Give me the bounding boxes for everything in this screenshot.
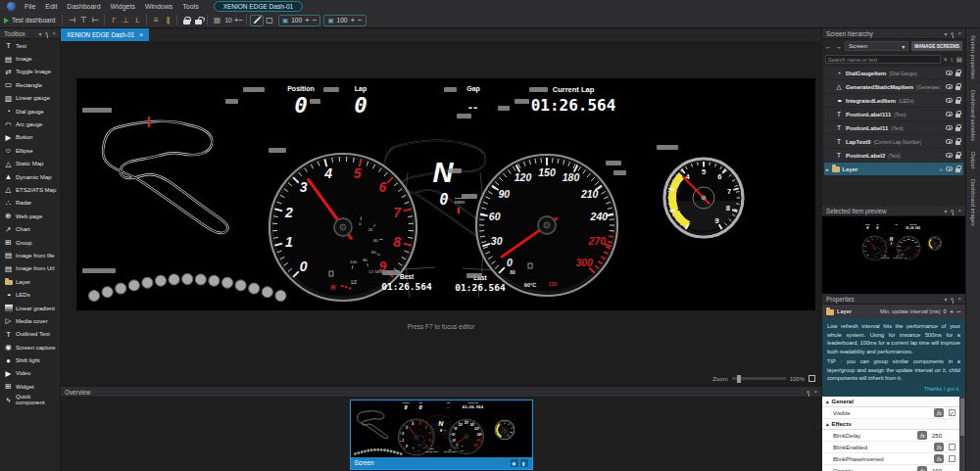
- menu-item-widgets[interactable]: Widgets: [106, 3, 140, 10]
- align-bottom-icon[interactable]: L: [131, 15, 143, 26]
- dashboard-canvas[interactable]: 0123456789020406080100R1/21/1 MIN0306090…: [76, 78, 815, 310]
- decrement-button[interactable]: −: [956, 307, 961, 316]
- chevron-down-icon[interactable]: ▾: [944, 296, 947, 303]
- toolbox-item-dynamic-map[interactable]: ▲Dynamic Map: [0, 170, 60, 183]
- lock-icon[interactable]: [956, 114, 960, 118]
- align-middle-icon[interactable]: ⊥: [120, 15, 131, 26]
- close-icon[interactable]: ×: [813, 389, 817, 395]
- property-checkbox[interactable]: ✓: [949, 409, 956, 416]
- interval-value[interactable]: 0: [944, 308, 947, 314]
- menu-item-file[interactable]: File: [20, 3, 40, 10]
- toolbox-item-media-cover[interactable]: ▷Media cover: [0, 314, 60, 327]
- toolbox-item-linear-gradient[interactable]: Linear gradient: [0, 302, 60, 314]
- same-height-icon[interactable]: ∥: [162, 15, 173, 26]
- toolbox-item-image-from-file[interactable]: ▤Image from file: [0, 249, 60, 261]
- fx-formula-button[interactable]: fx: [934, 443, 944, 451]
- toolbox-item-linear-gauge[interactable]: ▥Linear gauge: [0, 92, 60, 105]
- decrement-button[interactable]: −: [313, 16, 318, 24]
- fx-formula-button[interactable]: fx: [917, 431, 927, 440]
- toolbox-item-image[interactable]: ▤Image: [0, 52, 60, 65]
- pin-icon[interactable]: [951, 210, 954, 212]
- decrement-button[interactable]: −: [358, 16, 363, 24]
- spinner-value[interactable]: 100: [337, 17, 348, 24]
- tree-item-postionlabel11[interactable]: TPostionLabel11(Text): [824, 121, 963, 134]
- toolbox-item-quick-component[interactable]: ϟQuick component: [0, 394, 60, 406]
- toolbox-item-outlined-text[interactable]: TOutlined Text: [0, 328, 60, 341]
- lock-icon[interactable]: [956, 86, 960, 90]
- visibility-eye-icon[interactable]: [946, 112, 953, 117]
- close-icon[interactable]: ×: [957, 30, 961, 36]
- increment-button[interactable]: +: [950, 307, 955, 316]
- lock-icon[interactable]: [956, 100, 960, 104]
- lock-icon[interactable]: [956, 141, 960, 145]
- visibility-eye-icon[interactable]: [946, 166, 953, 171]
- opacity-spinner-1[interactable]: ▣100+−: [278, 15, 320, 26]
- visibility-eye-icon[interactable]: [946, 125, 953, 130]
- property-section-general[interactable]: ▴General: [822, 397, 959, 407]
- chevron-down-icon[interactable]: ▾: [944, 208, 947, 214]
- toolbox-item-widget[interactable]: ⊞Widget: [0, 380, 60, 393]
- toolbox-item-button[interactable]: ▶Button: [0, 131, 60, 144]
- opacity-spinner-2[interactable]: ▣100+−: [323, 15, 366, 26]
- visibility-eye-icon[interactable]: [946, 84, 953, 89]
- property-row-visible[interactable]: Visiblefx✓: [822, 407, 959, 419]
- lock-icon[interactable]: [956, 72, 960, 76]
- visibility-eye-icon[interactable]: [946, 139, 953, 144]
- close-icon[interactable]: ×: [52, 30, 56, 36]
- side-tab-dashboard-variables[interactable]: Dashboard variables: [970, 90, 976, 141]
- tree-item-dialgaugeitem[interactable]: ◔DialGaugeItem(Dial Gauge): [824, 67, 963, 79]
- dismiss-info-link[interactable]: Thanks I got it.: [827, 385, 960, 394]
- menu-item-tools[interactable]: Tools: [177, 3, 203, 10]
- chevron-down-icon[interactable]: ▾: [944, 30, 947, 37]
- screen-info-button[interactable]: ▮: [520, 459, 528, 467]
- toolbox-item-group[interactable]: ⊞Group: [0, 236, 60, 249]
- decrement-button[interactable]: −: [238, 16, 243, 24]
- properties-scrollbar[interactable]: [959, 397, 965, 471]
- design-canvas[interactable]: 0123456789020406080100R1/21/1 MIN0306090…: [61, 41, 821, 386]
- lock-icon[interactable]: [956, 127, 960, 131]
- expand-arrow-icon[interactable]: ▸: [826, 166, 829, 172]
- visibility-eye-icon[interactable]: [946, 71, 953, 75]
- search-input[interactable]: Search name or text: [825, 55, 941, 64]
- clear-search-icon[interactable]: ×: [944, 56, 948, 63]
- same-width-icon[interactable]: ≡: [150, 15, 162, 26]
- side-tab-screen-properties[interactable]: Screen properties: [970, 35, 976, 79]
- visibility-eye-icon[interactable]: [946, 98, 953, 103]
- side-tab-dashboard-images[interactable]: Dashboard images: [970, 179, 976, 226]
- property-row-blinkphaseinverted[interactable]: BlinkPhaseInvertedfx: [822, 453, 959, 465]
- property-checkbox[interactable]: [949, 444, 956, 450]
- overview-thumbnail[interactable]: 0123456789020406080100R1/21/1 MIN0306090…: [351, 400, 532, 457]
- tab-close-icon[interactable]: ×: [139, 31, 143, 38]
- spinner-value[interactable]: 100: [291, 17, 302, 24]
- back-arrow-icon[interactable]: ←: [825, 43, 832, 50]
- tree-item-laptext0[interactable]: TLapText0(Current Lap Number): [824, 135, 963, 148]
- toolbox-item-dial-gauge[interactable]: ◔Dial gauge: [0, 105, 60, 118]
- menu-item-windows[interactable]: Windows: [140, 3, 177, 10]
- toolbox-item-shift-light[interactable]: ●Shift light: [0, 353, 60, 366]
- increment-button[interactable]: +: [350, 16, 355, 24]
- side-tab-output[interactable]: Output: [970, 152, 976, 168]
- pin-icon[interactable]: [807, 391, 809, 394]
- toolbox-item-layer[interactable]: Layer: [0, 275, 60, 288]
- align-center-h-icon[interactable]: ⊤: [77, 15, 89, 26]
- manage-screens-button[interactable]: MANAGE SCREENS: [911, 41, 962, 51]
- tree-item-postionlabel2[interactable]: TPostionLabel2(Text): [824, 149, 963, 162]
- property-row-blinkenabled[interactable]: BlinkEnabledfx: [822, 442, 959, 453]
- toolbox-item-chart[interactable]: ↗Chart: [0, 222, 60, 235]
- pencil-icon[interactable]: [250, 15, 264, 26]
- toolbox-item-leds[interactable]: •••LEDs: [0, 288, 60, 301]
- toolbox-item-ets2-ats-map[interactable]: △ETS2/ATS Map: [0, 183, 60, 196]
- increment-button[interactable]: +: [305, 16, 310, 24]
- screen-thumbnail[interactable]: 0123456789020406080100R1/21/1 MIN0306090…: [350, 400, 533, 470]
- lock-icon[interactable]: [956, 168, 960, 172]
- property-value[interactable]: 250: [932, 433, 956, 439]
- pin-icon[interactable]: [951, 32, 954, 35]
- rectangle-outline-icon[interactable]: ▢: [264, 15, 275, 26]
- lock-icon[interactable]: [956, 155, 960, 159]
- align-top-icon[interactable]: Γ: [108, 15, 120, 26]
- toolbox-item-screen-capture[interactable]: ◉Screen capture: [0, 341, 60, 353]
- test-dashboard-button[interactable]: Test dashboard: [4, 17, 55, 24]
- align-left-icon[interactable]: ⊣: [66, 15, 77, 26]
- toolbox-item-ellipse[interactable]: ○Ellipse: [0, 144, 60, 157]
- pin-icon[interactable]: [45, 32, 48, 35]
